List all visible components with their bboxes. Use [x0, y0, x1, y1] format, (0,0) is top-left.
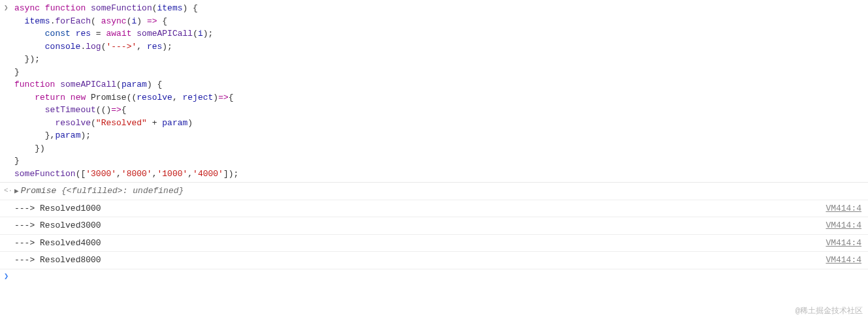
kw-function2: function [14, 80, 55, 89]
kw-return: return [35, 93, 65, 102]
param-reject: reject [183, 93, 214, 102]
fn-setTimeout: setTimeout [45, 105, 96, 115]
promise-value: undefined [133, 186, 178, 196]
param-items: items [157, 3, 183, 13]
console-input-row: ❯ async function someFunction(items) { i… [0, 0, 868, 183]
log-gutter [0, 219, 14, 233]
arg-param: param [55, 130, 80, 140]
source-link[interactable]: VM414:4 [826, 219, 868, 232]
log-arrow: ---> [14, 204, 35, 213]
kw-const: const [45, 29, 71, 38]
method-forEach: forEach [55, 16, 91, 26]
arg-res: res [147, 42, 162, 52]
log-arrow: ---> [14, 238, 35, 248]
input-chevron-icon: ❯ [0, 1, 14, 181]
param-resolve: resolve [137, 93, 172, 102]
kw-await: await [106, 29, 131, 38]
console-log-row: ---> Resolved4000 VM414:4 [0, 235, 868, 252]
source-link[interactable]: VM414:4 [826, 254, 868, 267]
arr-3: '4000' [193, 169, 223, 179]
param-param: param [121, 80, 147, 89]
arr-0: '3000' [86, 169, 116, 179]
expand-triangle-icon[interactable]: ▶ [14, 186, 19, 197]
var-res: res [76, 29, 91, 38]
Promise-ctor: Promise [91, 93, 127, 102]
var-items: items [25, 16, 50, 26]
str-arrow: '--->' [106, 42, 137, 52]
console-log-row: ---> Resolved8000 VM414:4 [0, 252, 868, 269]
console-prompt-row[interactable]: ❯ [0, 269, 868, 284]
var-param: param [162, 118, 187, 128]
promise-state: <fulfilled> [67, 186, 123, 196]
console-obj: console [45, 42, 81, 52]
str-Resolved: "Resolved" [96, 118, 147, 128]
output-chevron-icon: <· [0, 184, 14, 198]
arr-1: '8000' [121, 169, 152, 179]
source-link[interactable]: VM414:4 [826, 202, 868, 215]
prompt-input[interactable] [14, 271, 868, 282]
log-arrow: ---> [14, 255, 35, 265]
kw-async2: async [101, 16, 127, 26]
arg-i: i [198, 29, 203, 38]
log-arrow: ---> [14, 220, 35, 230]
console-log-row: ---> Resolved1000 VM414:4 [0, 200, 868, 218]
log-text: Resolved8000 [40, 255, 101, 265]
kw-new: new [71, 93, 86, 102]
method-log: log [86, 42, 101, 52]
log-text: Resolved3000 [40, 220, 101, 230]
source-link[interactable]: VM414:4 [826, 237, 868, 250]
log-gutter [0, 253, 14, 267]
call-someAPICall: someAPICall [137, 29, 193, 38]
log-gutter [0, 202, 14, 216]
prompt-chevron-icon: ❯ [0, 271, 14, 282]
fn-someFunction: someFunction [91, 3, 152, 13]
console-log-row: ---> Resolved3000 VM414:4 [0, 217, 868, 235]
return-content[interactable]: ▶Promise {<fulfilled>: undefined} [14, 184, 868, 198]
log-gutter [0, 236, 14, 250]
log-text: Resolved1000 [40, 204, 101, 213]
code-content[interactable]: async function someFunction(items) { ite… [14, 1, 868, 181]
fn-someAPICall: someAPICall [60, 80, 116, 89]
kw-function: function [45, 3, 86, 13]
console-return-row: <· ▶Promise {<fulfilled>: undefined} [0, 183, 868, 200]
call-resolve: resolve [55, 118, 91, 128]
call-someFunction: someFunction [14, 169, 76, 179]
promise-type: Promise [21, 186, 57, 196]
kw-async: async [14, 3, 40, 13]
log-text: Resolved4000 [40, 238, 101, 248]
arr-2: '1000' [157, 169, 187, 179]
